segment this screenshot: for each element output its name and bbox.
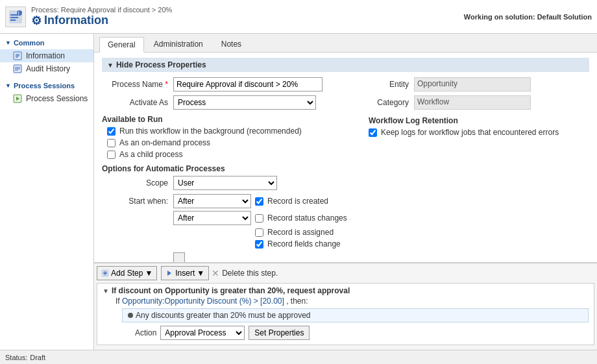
- sidebar-audit-history-label: Audit History: [26, 64, 70, 73]
- common-collapse-icon: ▼: [5, 40, 11, 46]
- step-sub-item-1: Any discounts greater than 20% must be a…: [122, 308, 589, 322]
- start-when-row-2: After Record status changes: [102, 211, 356, 225]
- sidebar-process-sessions-header[interactable]: ▼ Process Sessions: [0, 79, 93, 92]
- select-button[interactable]: [173, 252, 185, 262]
- process-sessions-header-label: Process Sessions: [14, 82, 75, 90]
- action-label: Action: [135, 328, 156, 337]
- sidebar-information-label: Information: [26, 51, 65, 60]
- check-status-changes-label: Record status changes: [267, 213, 347, 223]
- check-record-created-label: Record is created: [267, 197, 328, 206]
- start-when-controls-4: Record fields change: [173, 239, 356, 262]
- scope-label: Scope: [102, 178, 173, 188]
- top-bar: ! Process: Require Approval if discount …: [0, 0, 597, 34]
- check-row-2: As an on-demand process: [107, 138, 356, 147]
- working-on-solution: Working on solution: Default Solution: [464, 13, 592, 21]
- wf-log-title: Workflow Log Retention: [369, 116, 589, 125]
- available-to-run-section: Available to Run Run this workflow in th…: [102, 115, 356, 159]
- check-child-process-label: As a child process: [119, 150, 182, 159]
- activate-as-row: Activate As Process: [102, 95, 356, 110]
- check-on-demand-label: As an on-demand process: [119, 138, 210, 147]
- check-record-assigned-label: Record is assigned: [267, 228, 334, 237]
- start-when-controls-2: After Record status changes: [173, 211, 347, 225]
- start-when-select-1[interactable]: After: [173, 194, 251, 208]
- tab-general[interactable]: General: [99, 37, 144, 53]
- step-condition-1: If Opportunity:Opportunity Discount (%) …: [103, 295, 589, 307]
- add-step-icon: [101, 269, 109, 277]
- process-name-label: Process Name: [102, 80, 173, 89]
- check-row-1: Run this workflow in the background (rec…: [107, 127, 356, 136]
- check-row-3: As a child process: [107, 150, 356, 159]
- svg-text:!: !: [18, 11, 19, 16]
- sidebar-common-header[interactable]: ▼ Common: [0, 36, 93, 49]
- category-label: Category: [369, 98, 414, 107]
- svg-marker-19: [167, 271, 171, 276]
- check-record-assigned[interactable]: [255, 228, 263, 237]
- process-name-input[interactable]: [173, 77, 323, 91]
- insert-label: Insert: [175, 269, 195, 278]
- wf-log-check-row: Keep logs for workflow jobs that encount…: [369, 128, 589, 137]
- process-sessions-collapse-icon: ▼: [5, 82, 11, 89]
- process-sessions-icon: [13, 94, 22, 103]
- status-bar: Status: Draft: [0, 350, 597, 364]
- activate-as-select[interactable]: Process: [173, 95, 316, 110]
- check-wf-log[interactable]: [369, 128, 377, 137]
- step-condition-link-1[interactable]: Opportunity:Opportunity Discount (%) > […: [122, 297, 284, 306]
- set-properties-button[interactable]: Set Properties: [249, 326, 310, 340]
- available-to-run-title: Available to Run: [102, 115, 356, 124]
- start-when-select-2[interactable]: After: [173, 211, 251, 225]
- sidebar-item-process-sessions[interactable]: Process Sessions: [0, 92, 93, 105]
- svg-rect-2: [10, 17, 18, 18]
- action-select[interactable]: Approval Process: [160, 326, 245, 340]
- step-header-1: ▼ If discount on Opportunity is greater …: [103, 286, 589, 295]
- content-area: General Administration Notes ▼ Hide Proc…: [94, 34, 597, 350]
- main-layout: ▼ Common Information: [0, 34, 597, 350]
- step-action-row-1: Action Approval Process Set Properties: [103, 324, 589, 342]
- gear-icon: ⚙: [31, 14, 42, 28]
- tabs-bar: General Administration Notes: [94, 34, 597, 53]
- process-name-heading: ⚙ Information: [31, 14, 172, 28]
- check-status-changes[interactable]: [255, 214, 263, 223]
- check-fields-change-label: Record fields change: [267, 239, 341, 249]
- options-section: Options for Automatic Processes Scope Us…: [102, 164, 356, 262]
- start-when-controls-1: After Record is created: [173, 194, 328, 208]
- sidebar-item-information[interactable]: Information: [0, 49, 93, 62]
- insert-icon: [165, 269, 173, 277]
- tab-administration[interactable]: Administration: [145, 36, 212, 52]
- delete-step-label: Delete this step.: [222, 269, 278, 278]
- status-value: Draft: [30, 354, 45, 361]
- entity-row: Entity Opportunity: [369, 77, 589, 91]
- process-icon: !: [5, 6, 26, 27]
- common-header-label: Common: [14, 39, 45, 47]
- scope-select[interactable]: User: [173, 176, 277, 190]
- section-header-label: Hide Process Properties: [116, 60, 206, 69]
- start-when-row-1: Start when: After Record is created: [102, 194, 356, 208]
- check-on-demand[interactable]: [107, 139, 116, 147]
- audit-history-icon: [13, 64, 22, 73]
- form-col-left: Process Name Activate As Process Availab…: [102, 77, 356, 262]
- sidebar-process-sessions-label: Process Sessions: [26, 94, 88, 103]
- check-record-created[interactable]: [255, 197, 263, 206]
- section-header-hide-process[interactable]: ▼ Hide Process Properties: [102, 58, 589, 72]
- process-title: Process: Require Approval if discount > …: [31, 6, 172, 28]
- start-when-row-4: Record fields change: [102, 239, 356, 262]
- form-content: ▼ Hide Process Properties Process Name A…: [94, 53, 597, 262]
- check-child-process[interactable]: [107, 151, 116, 159]
- step-collapse-icon-1[interactable]: ▼: [103, 287, 109, 295]
- sidebar: ▼ Common Information: [0, 34, 94, 350]
- form-two-col: Process Name Activate As Process Availab…: [102, 77, 589, 262]
- add-step-button[interactable]: Add Step ▼: [97, 266, 157, 280]
- svg-rect-3: [10, 19, 16, 21]
- form-col-right: Entity Opportunity Category Workflow Wor…: [369, 77, 589, 262]
- check-wf-log-label: Keep logs for workflow jobs that encount…: [381, 128, 559, 137]
- scope-row: Scope User: [102, 176, 356, 190]
- add-step-label: Add Step: [111, 269, 143, 278]
- sidebar-item-audit-history[interactable]: Audit History: [0, 62, 93, 75]
- insert-button[interactable]: Insert ▼: [161, 266, 209, 280]
- check-background[interactable]: [107, 127, 116, 136]
- check-fields-change[interactable]: [255, 240, 263, 249]
- tab-notes[interactable]: Notes: [213, 36, 250, 52]
- step-sub-bullet-1: [128, 313, 133, 318]
- section-collapse-icon: ▼: [107, 62, 114, 69]
- step-sub-label-1: Any discounts greater than 20% must be a…: [136, 311, 311, 320]
- category-value: Workflow: [414, 95, 531, 110]
